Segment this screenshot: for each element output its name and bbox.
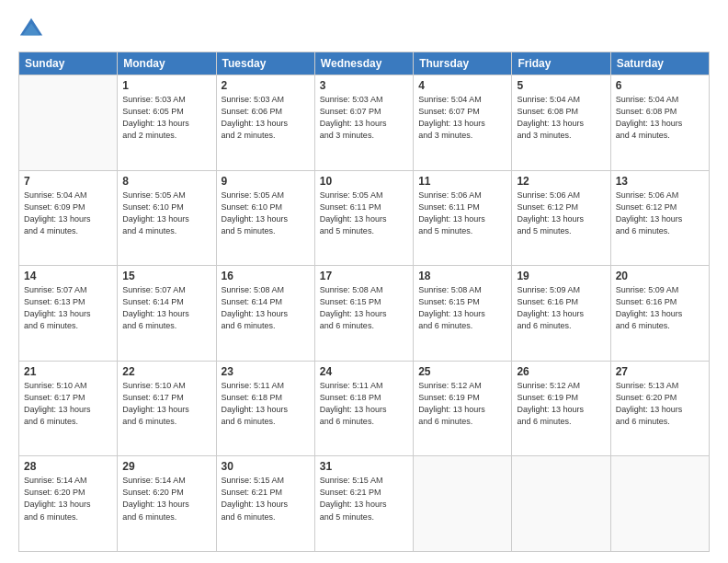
calendar-week-row: 14Sunrise: 5:07 AM Sunset: 6:13 PM Dayli…	[19, 266, 710, 362]
day-number: 13	[616, 175, 704, 188]
calendar-cell: 23Sunrise: 5:11 AM Sunset: 6:18 PM Dayli…	[216, 361, 314, 456]
day-number: 10	[320, 175, 408, 188]
day-info: Sunrise: 5:07 AM Sunset: 6:13 PM Dayligh…	[24, 284, 112, 332]
day-info: Sunrise: 5:09 AM Sunset: 6:16 PM Dayligh…	[517, 284, 605, 332]
calendar-cell: 9Sunrise: 5:05 AM Sunset: 6:10 PM Daylig…	[216, 170, 314, 266]
day-number: 4	[418, 79, 506, 92]
calendar-cell	[512, 456, 610, 552]
day-number: 14	[24, 270, 112, 282]
calendar-cell: 25Sunrise: 5:12 AM Sunset: 6:19 PM Dayli…	[414, 361, 512, 456]
day-info: Sunrise: 5:14 AM Sunset: 6:20 PM Dayligh…	[122, 475, 210, 523]
calendar-cell: 22Sunrise: 5:10 AM Sunset: 6:17 PM Dayli…	[118, 361, 216, 456]
weekday-header-saturday: Saturday	[610, 52, 709, 75]
calendar-cell: 11Sunrise: 5:06 AM Sunset: 6:11 PM Dayli…	[414, 170, 512, 266]
calendar-week-row: 28Sunrise: 5:14 AM Sunset: 6:20 PM Dayli…	[19, 456, 710, 552]
day-number: 18	[418, 270, 506, 282]
calendar-cell: 26Sunrise: 5:12 AM Sunset: 6:19 PM Dayli…	[512, 361, 610, 456]
day-number: 26	[517, 365, 605, 378]
day-number: 28	[24, 460, 112, 473]
calendar-cell: 16Sunrise: 5:08 AM Sunset: 6:14 PM Dayli…	[216, 266, 314, 362]
day-number: 19	[517, 270, 605, 282]
header	[18, 17, 710, 42]
day-info: Sunrise: 5:09 AM Sunset: 6:16 PM Dayligh…	[616, 284, 704, 332]
calendar-cell	[414, 456, 512, 552]
day-info: Sunrise: 5:04 AM Sunset: 6:08 PM Dayligh…	[517, 94, 605, 142]
calendar-cell: 29Sunrise: 5:14 AM Sunset: 6:20 PM Dayli…	[118, 456, 216, 552]
calendar-cell: 15Sunrise: 5:07 AM Sunset: 6:14 PM Dayli…	[118, 266, 216, 362]
day-number: 22	[122, 365, 210, 378]
day-info: Sunrise: 5:08 AM Sunset: 6:15 PM Dayligh…	[418, 284, 506, 332]
calendar-week-row: 1Sunrise: 5:03 AM Sunset: 6:05 PM Daylig…	[19, 75, 710, 171]
day-info: Sunrise: 5:05 AM Sunset: 6:10 PM Dayligh…	[222, 190, 310, 237]
calendar-cell: 7Sunrise: 5:04 AM Sunset: 6:09 PM Daylig…	[19, 170, 118, 266]
calendar-cell	[610, 456, 709, 552]
calendar-cell: 2Sunrise: 5:03 AM Sunset: 6:06 PM Daylig…	[216, 75, 314, 171]
day-number: 27	[616, 365, 704, 378]
calendar-cell: 21Sunrise: 5:10 AM Sunset: 6:17 PM Dayli…	[19, 361, 118, 456]
day-info: Sunrise: 5:03 AM Sunset: 6:07 PM Dayligh…	[320, 94, 408, 142]
day-number: 25	[418, 365, 506, 378]
day-info: Sunrise: 5:03 AM Sunset: 6:06 PM Dayligh…	[222, 94, 310, 142]
calendar-cell: 5Sunrise: 5:04 AM Sunset: 6:08 PM Daylig…	[512, 75, 610, 171]
calendar-cell: 1Sunrise: 5:03 AM Sunset: 6:05 PM Daylig…	[118, 75, 216, 171]
weekday-header-sunday: Sunday	[19, 52, 118, 75]
day-info: Sunrise: 5:08 AM Sunset: 6:15 PM Dayligh…	[320, 284, 408, 332]
logo	[18, 17, 48, 42]
day-number: 31	[320, 460, 408, 473]
calendar-cell: 6Sunrise: 5:04 AM Sunset: 6:08 PM Daylig…	[610, 75, 709, 171]
day-info: Sunrise: 5:07 AM Sunset: 6:14 PM Dayligh…	[122, 284, 210, 332]
day-info: Sunrise: 5:11 AM Sunset: 6:18 PM Dayligh…	[222, 380, 310, 428]
calendar-cell: 4Sunrise: 5:04 AM Sunset: 6:07 PM Daylig…	[414, 75, 512, 171]
day-number: 2	[222, 79, 310, 92]
day-info: Sunrise: 5:04 AM Sunset: 6:08 PM Dayligh…	[616, 94, 704, 142]
calendar-cell: 3Sunrise: 5:03 AM Sunset: 6:07 PM Daylig…	[314, 75, 413, 171]
day-number: 5	[517, 79, 605, 92]
calendar-week-row: 7Sunrise: 5:04 AM Sunset: 6:09 PM Daylig…	[19, 170, 710, 266]
day-number: 20	[616, 270, 704, 282]
calendar-cell	[19, 75, 118, 171]
day-info: Sunrise: 5:15 AM Sunset: 6:21 PM Dayligh…	[222, 475, 310, 523]
calendar-cell: 14Sunrise: 5:07 AM Sunset: 6:13 PM Dayli…	[19, 266, 118, 362]
calendar-cell: 8Sunrise: 5:05 AM Sunset: 6:10 PM Daylig…	[118, 170, 216, 266]
day-info: Sunrise: 5:14 AM Sunset: 6:20 PM Dayligh…	[24, 475, 112, 523]
day-number: 3	[320, 79, 408, 92]
weekday-header-thursday: Thursday	[414, 52, 512, 75]
day-number: 11	[418, 175, 506, 188]
calendar-cell: 31Sunrise: 5:15 AM Sunset: 6:21 PM Dayli…	[314, 456, 413, 552]
day-info: Sunrise: 5:04 AM Sunset: 6:07 PM Dayligh…	[418, 94, 506, 142]
day-info: Sunrise: 5:05 AM Sunset: 6:10 PM Dayligh…	[122, 190, 210, 237]
weekday-header-friday: Friday	[512, 52, 610, 75]
logo-icon	[18, 17, 44, 42]
day-number: 7	[24, 175, 112, 188]
day-info: Sunrise: 5:03 AM Sunset: 6:05 PM Dayligh…	[122, 94, 210, 142]
day-info: Sunrise: 5:13 AM Sunset: 6:20 PM Dayligh…	[616, 380, 704, 428]
day-info: Sunrise: 5:12 AM Sunset: 6:19 PM Dayligh…	[517, 380, 605, 428]
calendar-cell: 12Sunrise: 5:06 AM Sunset: 6:12 PM Dayli…	[512, 170, 610, 266]
calendar-cell: 13Sunrise: 5:06 AM Sunset: 6:12 PM Dayli…	[610, 170, 709, 266]
day-info: Sunrise: 5:06 AM Sunset: 6:12 PM Dayligh…	[616, 190, 704, 237]
day-number: 24	[320, 365, 408, 378]
day-info: Sunrise: 5:06 AM Sunset: 6:11 PM Dayligh…	[418, 190, 506, 237]
calendar-week-row: 21Sunrise: 5:10 AM Sunset: 6:17 PM Dayli…	[19, 361, 710, 456]
day-number: 21	[24, 365, 112, 378]
day-number: 16	[222, 270, 310, 282]
day-number: 17	[320, 270, 408, 282]
day-number: 23	[222, 365, 310, 378]
day-number: 9	[222, 175, 310, 188]
day-number: 6	[616, 79, 704, 92]
weekday-header-wednesday: Wednesday	[314, 52, 413, 75]
calendar-cell: 30Sunrise: 5:15 AM Sunset: 6:21 PM Dayli…	[216, 456, 314, 552]
day-info: Sunrise: 5:04 AM Sunset: 6:09 PM Dayligh…	[24, 190, 112, 237]
weekday-header-tuesday: Tuesday	[216, 52, 314, 75]
calendar-cell: 27Sunrise: 5:13 AM Sunset: 6:20 PM Dayli…	[610, 361, 709, 456]
page: SundayMondayTuesdayWednesdayThursdayFrid…	[0, 0, 728, 563]
weekday-header-monday: Monday	[118, 52, 216, 75]
day-number: 15	[122, 270, 210, 282]
calendar-cell: 10Sunrise: 5:05 AM Sunset: 6:11 PM Dayli…	[314, 170, 413, 266]
day-number: 29	[122, 460, 210, 473]
day-info: Sunrise: 5:15 AM Sunset: 6:21 PM Dayligh…	[320, 475, 408, 523]
day-info: Sunrise: 5:06 AM Sunset: 6:12 PM Dayligh…	[517, 190, 605, 237]
calendar-cell: 24Sunrise: 5:11 AM Sunset: 6:18 PM Dayli…	[314, 361, 413, 456]
calendar-cell: 20Sunrise: 5:09 AM Sunset: 6:16 PM Dayli…	[610, 266, 709, 362]
day-info: Sunrise: 5:05 AM Sunset: 6:11 PM Dayligh…	[320, 190, 408, 237]
